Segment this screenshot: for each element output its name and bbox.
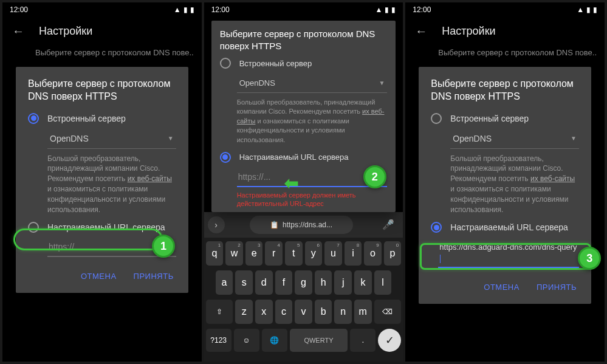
key-l[interactable]: l bbox=[374, 270, 392, 295]
numeric-key[interactable]: ?123 bbox=[206, 329, 231, 352]
key-s[interactable]: s bbox=[235, 270, 253, 295]
key-d[interactable]: d bbox=[255, 270, 273, 295]
status-icons: ▲ ▮ ▮ bbox=[577, 5, 597, 14]
url-placeholder: https://... bbox=[238, 172, 271, 182]
key-u[interactable]: u7 bbox=[324, 241, 342, 266]
key-t[interactable]: t5 bbox=[285, 241, 303, 266]
key-k[interactable]: k bbox=[354, 270, 372, 295]
dns-dialog: Выберите сервер с протоколом DNS поверх … bbox=[419, 67, 591, 304]
radio-builtin-server[interactable]: Встроенный сервер bbox=[220, 58, 388, 69]
signal-icon: ▲ bbox=[375, 5, 382, 14]
key-x[interactable]: x bbox=[255, 300, 273, 324]
key-o[interactable]: o9 bbox=[364, 241, 382, 266]
dropdown-value: OpenDNS bbox=[50, 134, 89, 143]
radio-label: Встроенный сервер bbox=[47, 114, 126, 123]
key-w[interactable]: w2 bbox=[225, 241, 243, 266]
url-placeholder: https://... bbox=[49, 242, 81, 252]
dns-dialog: Выберите сервер с протоколом DNS поверх … bbox=[16, 67, 188, 293]
radio-icon bbox=[431, 113, 442, 124]
soft-keyboard: q1w2e3r4t5y6u7i8o9p0 asdfghjkl ⇧ zxcvbnm… bbox=[204, 238, 403, 362]
dialog-title: Выберите сервер с протоколом DNS поверх … bbox=[431, 78, 579, 103]
step-badge-3: 3 bbox=[578, 247, 601, 270]
radio-label: Встроенный сервер bbox=[450, 114, 529, 123]
suggestion-chip[interactable]: 📋 https://dns.ad... bbox=[250, 216, 353, 234]
status-bar: 12:00 ▲ ▮ ▮ bbox=[405, 2, 605, 17]
backspace-key[interactable]: ⌫ bbox=[374, 300, 402, 324]
key-f[interactable]: f bbox=[275, 270, 293, 295]
screen-2: 12:00 ▲ ▮ ▮ Выберите сервер с протоколом… bbox=[204, 2, 403, 362]
server-dropdown[interactable]: OpenDNS ▼ bbox=[237, 74, 388, 93]
kb-row-3: ⇧ zxcvbnm ⌫ bbox=[206, 300, 402, 324]
status-time: 12:00 bbox=[413, 5, 431, 14]
key-q[interactable]: q1 bbox=[206, 241, 224, 266]
server-description: Большой преобразователь, принадлежащий к… bbox=[450, 154, 579, 215]
key-j[interactable]: j bbox=[334, 270, 352, 295]
wifi-icon: ▮ bbox=[385, 5, 389, 14]
dns-dialog: Выберите сервер с протоколом DNS поверх … bbox=[211, 21, 396, 212]
radio-custom-url[interactable]: Настраиваемый URL сервера bbox=[220, 152, 388, 163]
back-arrow-icon[interactable]: ← bbox=[415, 24, 427, 38]
shift-key[interactable]: ⇧ bbox=[206, 300, 233, 324]
cancel-button[interactable]: ОТМЕНА bbox=[481, 279, 522, 295]
key-p[interactable]: p0 bbox=[384, 241, 402, 266]
key-a[interactable]: a bbox=[216, 270, 233, 295]
server-dropdown[interactable]: OpenDNS ▼ bbox=[47, 129, 176, 149]
key-h[interactable]: h bbox=[315, 270, 332, 295]
section-subtitle: Выберите сервер с протоколом DNS пове.. bbox=[2, 46, 202, 67]
radio-icon bbox=[28, 113, 39, 124]
radio-label: Встроенный сервер bbox=[239, 59, 312, 68]
key-z[interactable]: z bbox=[235, 300, 253, 324]
battery-icon: ▮ bbox=[391, 5, 396, 14]
key-e[interactable]: e3 bbox=[245, 241, 263, 266]
emoji-key[interactable]: ☺ bbox=[234, 329, 259, 352]
screen-1: 12:00 ▲ ▮ ▮ ← Настройки Выберите сервер … bbox=[2, 2, 202, 362]
key-b[interactable]: b bbox=[315, 300, 332, 324]
cancel-button[interactable]: ОТМЕНА bbox=[78, 268, 119, 284]
key-i[interactable]: i8 bbox=[345, 241, 362, 266]
battery-icon: ▮ bbox=[593, 5, 597, 14]
radio-custom-url[interactable]: Настраиваемый URL сервера bbox=[28, 222, 176, 233]
enter-key[interactable]: ✓ bbox=[378, 329, 401, 352]
accept-button[interactable]: ПРИНЯТЬ bbox=[131, 268, 176, 284]
globe-key[interactable]: 🌐 bbox=[262, 329, 287, 352]
period-key[interactable]: . bbox=[350, 329, 376, 352]
chevron-down-icon: ▼ bbox=[168, 135, 174, 142]
server-dropdown[interactable]: OpenDNS ▼ bbox=[450, 129, 579, 149]
dropdown-value: OpenDNS bbox=[453, 134, 492, 143]
websites-link[interactable]: их веб-сайты bbox=[530, 174, 575, 183]
key-n[interactable]: n bbox=[334, 300, 352, 324]
websites-link[interactable]: их веб-сайты bbox=[128, 174, 172, 183]
url-value: https://dns.adguard-dns.com/dns-query bbox=[439, 242, 577, 263]
mic-icon[interactable]: 🎤 bbox=[377, 219, 399, 230]
radio-label: Настраиваемый URL сервера bbox=[450, 222, 568, 232]
status-bar: 12:00 ▲ ▮ ▮ bbox=[204, 2, 403, 17]
status-bar: 12:00 ▲ ▮ ▮ bbox=[2, 2, 202, 17]
radio-icon bbox=[431, 222, 442, 233]
signal-icon: ▲ bbox=[174, 5, 181, 14]
step-badge-1: 1 bbox=[152, 235, 175, 258]
key-v[interactable]: v bbox=[295, 300, 312, 324]
suggestion-text: https://dns.ad... bbox=[283, 221, 332, 229]
key-y[interactable]: y6 bbox=[305, 241, 323, 266]
section-subtitle: Выберите сервер с протоколом DNS пове.. bbox=[405, 46, 605, 67]
screen-3: 12:00 ▲ ▮ ▮ ← Настройки Выберите сервер … bbox=[405, 2, 605, 362]
radio-builtin-server[interactable]: Встроенный сервер bbox=[28, 113, 176, 124]
kb-row-2: asdfghjkl bbox=[206, 270, 402, 295]
dropdown-value: OpenDNS bbox=[239, 78, 275, 88]
radio-builtin-server[interactable]: Встроенный сервер bbox=[431, 113, 579, 124]
back-arrow-icon[interactable]: ← bbox=[12, 24, 24, 38]
accept-button[interactable]: ПРИНЯТЬ bbox=[534, 279, 579, 295]
key-c[interactable]: c bbox=[275, 300, 293, 324]
clipboard-icon: 📋 bbox=[270, 221, 279, 229]
tutorial-arrow: ⬅ bbox=[284, 173, 298, 193]
space-key[interactable]: QWERTY bbox=[290, 329, 348, 352]
key-m[interactable]: m bbox=[354, 300, 372, 324]
radio-custom-url[interactable]: Настраиваемый URL сервера bbox=[431, 222, 579, 233]
server-description: Большой преобразователь, принадлежащий к… bbox=[237, 98, 388, 145]
custom-url-input[interactable]: https://dns.adguard-dns.com/dns-query bbox=[438, 238, 579, 268]
key-g[interactable]: g bbox=[295, 270, 312, 295]
key-r[interactable]: r4 bbox=[265, 241, 283, 266]
radio-icon bbox=[28, 222, 39, 233]
suggest-expand-icon[interactable]: › bbox=[208, 216, 225, 233]
chevron-down-icon: ▼ bbox=[571, 135, 577, 142]
